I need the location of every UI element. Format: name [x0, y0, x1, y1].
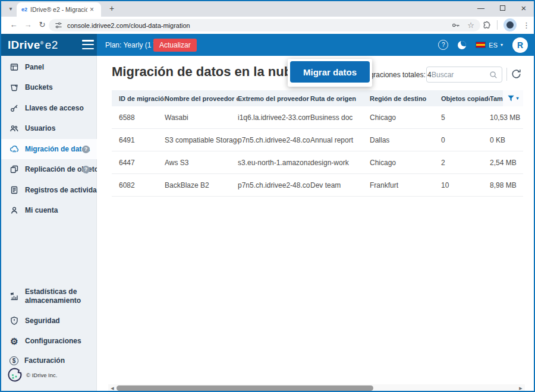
dark-mode-moon-icon[interactable]	[458, 41, 466, 49]
users-icon	[10, 124, 19, 133]
cell-migration-id: 6447	[119, 159, 165, 167]
migration-help-icon[interactable]: ?	[82, 146, 90, 153]
horizontal-scrollbar: ◀ ▶	[108, 384, 525, 392]
cell-objects-copied: 2	[441, 159, 490, 167]
cell-provider-endpoint: p7n5.ch.idrivee2-48.com	[238, 136, 310, 144]
billing-icon: $	[10, 356, 18, 365]
column-header: ID de migración	[119, 95, 165, 102]
search-box	[426, 67, 502, 83]
sidebar-item-settings[interactable]: ⚙ Configuraciones	[1, 331, 97, 351]
forward-icon[interactable]: →	[23, 20, 33, 30]
help-icon[interactable]: ?	[438, 40, 448, 50]
scrollbar-track[interactable]	[117, 384, 517, 392]
browser-profile-avatar[interactable]	[503, 18, 517, 31]
sidebar-footer: © IDrive Inc.	[7, 367, 57, 382]
cell-objects-copied: 0	[441, 136, 490, 144]
sidebar-item-label: Buckets	[25, 83, 53, 91]
sidebar-item-storage-stats[interactable]: Estadísticas de almacenamiento	[1, 284, 97, 308]
total-migrations-label: Migraciones totales: 4	[362, 71, 432, 79]
cell-provider-endpoint: s3.eu-north-1.amazona...	[238, 159, 310, 167]
cell-migration-id: 6588	[119, 113, 165, 122]
cell-source-path: Business doc	[310, 113, 370, 122]
key-icon	[10, 103, 19, 113]
filter-caret-icon: ▾	[516, 96, 518, 101]
reload-icon[interactable]: ↻	[37, 20, 48, 30]
column-filter-button[interactable]: ▾	[503, 90, 523, 106]
sidebar-item-my-account[interactable]: Mi cuenta	[1, 200, 97, 220]
close-button[interactable]: ×	[518, 3, 529, 14]
idrive-e2-logo[interactable]: IDrive®e2	[8, 39, 58, 52]
sidebar-item-users[interactable]: Usuarios	[1, 118, 97, 138]
tab-close-icon[interactable]: ×	[90, 5, 94, 14]
hamburger-menu-icon[interactable]	[82, 40, 94, 49]
user-avatar[interactable]: R	[512, 37, 528, 53]
maximize-icon	[500, 5, 505, 11]
spain-flag-icon	[476, 42, 486, 48]
sidebar-item-panel[interactable]: Panel	[1, 57, 97, 77]
new-tab-button[interactable]: +	[107, 4, 117, 14]
sidebar-item-label: Migración de datos	[25, 145, 90, 153]
sidebar-item-object-replication[interactable]: Replicación de objetos ?	[1, 159, 97, 179]
table-row: 6588 Wasabi i1q6.la.idrivee2-33.com Busi…	[112, 106, 523, 129]
main-content: Migración de datos en la nube Migracione…	[97, 56, 534, 392]
activity-logs-icon	[10, 185, 19, 195]
search-input[interactable]	[427, 71, 489, 79]
cloud-migration-icon	[10, 144, 19, 154]
page-title: Migración de datos en la nube	[112, 64, 299, 80]
cell-destination-region: Chicago	[370, 113, 441, 122]
table-row: 6447 Aws S3 s3.eu-north-1.amazona... des…	[112, 151, 523, 174]
bookmark-star-icon[interactable]: ☆	[467, 21, 474, 30]
cell-destination-region: Dallas	[370, 136, 441, 144]
scroll-right-icon[interactable]: ▶	[517, 386, 525, 391]
browser-window: ▾ e2 IDrive® e2 - Migración de dato × + …	[0, 0, 535, 392]
language-code: ES	[489, 42, 498, 49]
account-icon	[10, 206, 19, 215]
toolbar-divider	[506, 68, 507, 81]
cell-provider-name: S3 compatiable Storage	[165, 136, 238, 144]
chevron-down-icon[interactable]: ▾	[6, 4, 15, 14]
sidebar-item-security[interactable]: Seguridad	[1, 311, 97, 331]
scrollbar-thumb[interactable]	[117, 385, 373, 391]
browser-menu-icon[interactable]: ⋮	[523, 21, 530, 30]
cell-provider-name: Aws S3	[165, 159, 238, 167]
sidebar-item-buckets[interactable]: Buckets	[1, 77, 97, 97]
table-row: 6491 S3 compatiable Storage p7n5.ch.idri…	[112, 129, 523, 151]
sidebar-item-label: Estadísticas de almacenamiento	[25, 287, 87, 305]
cell-destination-region: Frankfurt	[370, 181, 441, 189]
back-icon[interactable]: ←	[8, 20, 19, 30]
sidebar-item-access-keys[interactable]: Llaves de acceso	[1, 98, 97, 118]
cell-provider-endpoint: p7n5.ch.idrivee2-48.com	[238, 181, 310, 189]
extensions-icon[interactable]	[482, 21, 491, 30]
sidebar-item-label: Replicación de objetos	[25, 165, 103, 173]
sidebar-item-label: Mi cuenta	[25, 206, 58, 214]
sidebar-item-label: Configuraciones	[25, 337, 81, 345]
cell-provider-endpoint: i1q6.la.idrivee2-33.com	[238, 113, 310, 122]
sidebar-item-data-migration[interactable]: Migración de datos ?	[1, 139, 97, 159]
url-bar[interactable]: console.idrivee2.com/cloud-data-migratio…	[49, 19, 480, 31]
sidebar-item-label: Llaves de acceso	[25, 104, 84, 112]
cell-provider-name: BackBlaze B2	[165, 181, 238, 189]
migrate-data-button[interactable]: Migrar datos	[290, 61, 370, 83]
cell-size: 10,53 MB	[490, 113, 505, 122]
cell-source-path: Annual report	[310, 136, 370, 144]
refresh-icon[interactable]	[511, 68, 522, 80]
migrate-data-popover: Migrar datos	[288, 59, 372, 87]
cell-migration-id: 6082	[119, 181, 165, 189]
toolbar-divider	[497, 20, 498, 30]
tune-icon[interactable]	[55, 21, 62, 29]
profile-icon	[506, 21, 514, 29]
sidebar-item-label: Facturación	[24, 356, 65, 365]
replication-icon	[10, 165, 19, 174]
password-key-icon[interactable]	[451, 21, 460, 30]
cell-objects-copied: 10	[441, 181, 490, 189]
minimize-button[interactable]: —	[476, 3, 486, 14]
sidebar-item-activity-logs[interactable]: Registros de actividad	[1, 180, 97, 200]
column-header: Región de destino	[370, 95, 441, 102]
maximize-button[interactable]	[497, 3, 508, 14]
column-header: Extremo del proveedor d...	[238, 95, 310, 102]
upgrade-button[interactable]: Actualizar	[153, 39, 197, 52]
replication-help-icon[interactable]: ?	[82, 166, 90, 173]
language-selector[interactable]: ES ▾	[476, 42, 503, 49]
scroll-left-icon[interactable]: ◀	[108, 386, 117, 391]
browser-tab[interactable]: e2 IDrive® e2 - Migración de dato ×	[17, 2, 101, 17]
